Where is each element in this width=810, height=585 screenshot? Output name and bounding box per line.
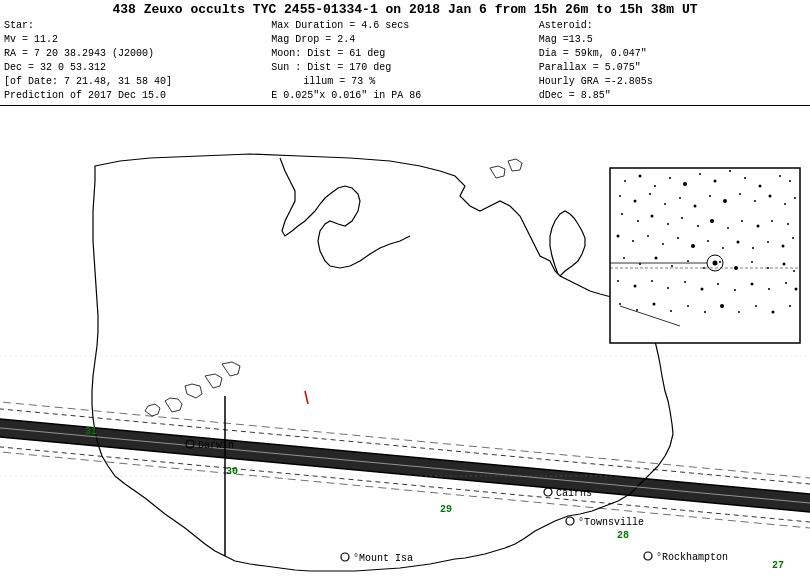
star-prediction: Prediction of 2017 Dec 15.0 <box>4 89 271 103</box>
sun-info-illum: illum = 73 % <box>271 75 538 89</box>
svg-text:°Mount Isa: °Mount Isa <box>353 553 413 564</box>
svg-point-20 <box>709 195 711 197</box>
sun-info-dist: Sun : Dist = 170 deg <box>271 61 538 75</box>
svg-point-16 <box>649 193 651 195</box>
event-info: Max Duration = 4.6 secs Mag Drop = 2.4 M… <box>271 19 538 103</box>
svg-point-74 <box>785 282 787 284</box>
asteroid-dia: Dia = 59km, 0.047" <box>539 47 806 61</box>
svg-point-6 <box>683 182 687 186</box>
svg-point-40 <box>632 240 634 242</box>
svg-point-10 <box>744 177 746 179</box>
asteroid-parallax: Parallax = 5.075" <box>539 61 806 75</box>
asteroid-hourly-gra: Hourly GRA =-2.805s <box>539 75 806 89</box>
svg-point-57 <box>703 267 705 269</box>
svg-point-13 <box>789 180 791 182</box>
svg-point-71 <box>734 289 736 291</box>
star-info: Star: Mv = 11.2 RA = 7 20 38.2943 (J2000… <box>4 19 271 103</box>
svg-text:31: 31 <box>85 426 97 437</box>
svg-text:29: 29 <box>440 504 452 515</box>
svg-point-18 <box>679 197 681 199</box>
svg-point-64 <box>617 280 619 282</box>
svg-point-86 <box>789 305 791 307</box>
svg-point-80 <box>687 305 689 307</box>
star-ofdate: [of Date: 7 21.48, 31 58 40] <box>4 75 271 89</box>
asteroid-label: Asteroid: <box>539 19 806 33</box>
svg-point-79 <box>670 310 672 312</box>
svg-point-9 <box>729 170 731 172</box>
svg-point-82 <box>720 304 724 308</box>
svg-point-51 <box>792 237 794 239</box>
svg-point-77 <box>636 309 638 311</box>
svg-point-78 <box>653 303 656 306</box>
star-label: Star: <box>4 19 271 33</box>
svg-point-42 <box>662 243 664 245</box>
svg-point-65 <box>634 285 637 288</box>
svg-point-60 <box>751 261 753 263</box>
svg-point-44 <box>691 244 695 248</box>
svg-point-67 <box>667 287 669 289</box>
svg-text:°Townsville: °Townsville <box>578 517 644 528</box>
svg-point-84 <box>755 305 757 307</box>
svg-point-8 <box>714 180 717 183</box>
svg-point-85 <box>772 311 775 314</box>
svg-point-21 <box>723 199 727 203</box>
svg-point-7 <box>699 173 701 175</box>
svg-point-50 <box>782 245 785 248</box>
svg-point-4 <box>654 185 656 187</box>
svg-point-31 <box>681 217 683 219</box>
svg-point-32 <box>697 225 699 227</box>
svg-point-55 <box>671 265 673 267</box>
svg-text:27: 27 <box>772 560 784 571</box>
star-dec: Dec = 32 0 53.312 <box>4 61 271 75</box>
svg-rect-1 <box>610 168 800 343</box>
asteroid-info: Asteroid: Mag =13.5 Dia = 59km, 0.047" P… <box>539 19 806 103</box>
svg-point-54 <box>655 257 658 260</box>
svg-point-30 <box>667 223 669 225</box>
star-ra: RA = 7 20 38.2943 (J2000) <box>4 47 271 61</box>
asteroid-ddec: dDec = 8.85" <box>539 89 806 103</box>
svg-point-58 <box>719 261 721 263</box>
svg-point-5 <box>669 177 671 179</box>
svg-point-14 <box>619 195 621 197</box>
svg-point-2 <box>624 180 626 182</box>
svg-point-76 <box>619 303 621 305</box>
map-area: Darwin Cairns °Townsville °Mount Isa °Ro… <box>0 106 810 585</box>
svg-point-29 <box>651 215 654 218</box>
max-duration: Max Duration = 4.6 secs <box>271 19 538 33</box>
info-grid: Star: Mv = 11.2 RA = 7 20 38.2943 (J2000… <box>4 19 806 103</box>
svg-point-73 <box>768 288 770 290</box>
svg-point-35 <box>741 220 743 222</box>
mag-drop: Mag Drop = 2.4 <box>271 33 538 47</box>
svg-point-26 <box>794 197 796 199</box>
star-mv: Mv = 11.2 <box>4 33 271 47</box>
svg-point-48 <box>752 247 754 249</box>
title: 438 Zeuxo occults TYC 2455-01334-1 on 20… <box>4 2 806 17</box>
svg-point-49 <box>767 241 769 243</box>
svg-point-62 <box>783 263 786 266</box>
svg-text:Darwin: Darwin <box>198 440 234 451</box>
svg-point-41 <box>647 235 649 237</box>
svg-text:28: 28 <box>617 530 629 541</box>
svg-text:°Rockhampton: °Rockhampton <box>656 552 728 563</box>
svg-point-25 <box>784 203 786 205</box>
svg-point-12 <box>779 175 781 177</box>
asteroid-mag: Mag =13.5 <box>539 33 806 47</box>
svg-point-15 <box>634 200 637 203</box>
svg-point-69 <box>701 288 704 291</box>
svg-point-17 <box>664 203 666 205</box>
svg-point-56 <box>687 260 689 262</box>
svg-point-23 <box>754 200 756 202</box>
svg-text:30: 30 <box>226 466 238 477</box>
svg-point-47 <box>737 241 740 244</box>
svg-point-33 <box>710 219 714 223</box>
svg-point-24 <box>769 195 772 198</box>
svg-point-83 <box>738 311 740 313</box>
svg-point-75 <box>795 288 798 291</box>
svg-point-38 <box>787 223 789 225</box>
svg-point-72 <box>751 283 754 286</box>
svg-point-46 <box>722 247 724 249</box>
svg-point-22 <box>739 193 741 195</box>
svg-point-11 <box>759 185 762 188</box>
svg-point-63 <box>793 270 795 272</box>
header-section: 438 Zeuxo occults TYC 2455-01334-1 on 20… <box>0 0 810 106</box>
